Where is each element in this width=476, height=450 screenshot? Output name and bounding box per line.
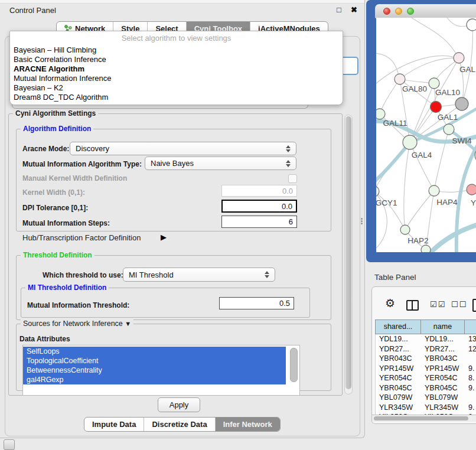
list-item[interactable]: SelfLoops (23, 347, 286, 356)
table-row[interactable]: YBL079W YBL079W (376, 393, 476, 403)
tab-discretize-data[interactable]: Discretize Data (144, 418, 214, 431)
column-layout-icon[interactable] (406, 300, 419, 311)
dpi-tolerance-field[interactable] (221, 200, 297, 213)
node-gal1-red[interactable] (431, 102, 442, 113)
data-attributes-list[interactable]: SelfLoops TopologicalCoefficient Between… (22, 345, 300, 396)
list-item[interactable]: gal4RGexp (23, 375, 286, 384)
float-window-icon[interactable]: □ (337, 5, 341, 14)
data-attributes-label: Data Attributes (19, 335, 70, 343)
column-header-shared-name[interactable]: shared... (376, 320, 421, 334)
mi-threshold-field[interactable] (219, 297, 294, 309)
node-label: Y (471, 198, 476, 207)
mi-steps-field[interactable] (221, 216, 297, 228)
manual-kernel-width-checkbox[interactable] (288, 174, 297, 183)
cell: YBR045C (421, 383, 465, 393)
control-panel-title: Control Panel (9, 6, 56, 15)
hub-expander-icon[interactable]: ▶ (161, 233, 167, 242)
node-hap2[interactable] (400, 225, 410, 234)
cell: YBR043C (421, 354, 465, 364)
cell: YBR045C (376, 383, 421, 393)
algorithm-option[interactable]: Mutual Information Inference (10, 74, 343, 83)
settings-scrollbar-thumb[interactable] (345, 116, 351, 389)
cell: YBL079W (421, 393, 465, 403)
close-window-icon[interactable] (383, 8, 390, 15)
apply-button[interactable]: Apply (158, 397, 200, 412)
table-row[interactable]: YDR27... YDR27... 12 (376, 344, 476, 354)
node-label: GAL1 (438, 113, 458, 122)
node[interactable] (467, 19, 476, 31)
node-salmon[interactable] (467, 184, 476, 195)
node[interactable] (421, 245, 431, 252)
hub-definition-label: Hub/Transcription Factor Definition (22, 233, 141, 242)
algorithm-option[interactable]: Dream8 DC_TDC Algorithm (10, 93, 343, 105)
threshold-definition-title: Threshold Definition (21, 251, 94, 259)
collapsed-panel-icon[interactable] (4, 439, 15, 450)
gear-icon[interactable]: ⚙ (385, 298, 395, 309)
table-row[interactable]: YBR045C YBR045C 9. (376, 383, 476, 393)
column-header-cut[interactable] (465, 320, 476, 334)
node-gal80[interactable] (395, 74, 405, 84)
list-scrollbar-thumb[interactable] (290, 348, 298, 382)
network-canvas[interactable]: GAL GAL80 GAL10 GAL1 GAL11 SWI4 GAL4 GCY… (376, 18, 476, 252)
combo-spinner-icon (283, 145, 296, 152)
algorithm-option[interactable]: Basic Correlation Inference (10, 55, 343, 64)
node-table: shared... name YDL19... YDL19... 13 YDR2… (375, 319, 476, 416)
kernel-width-field[interactable] (221, 185, 297, 197)
splitpane-handle[interactable] (360, 217, 363, 226)
node-gal4[interactable] (403, 135, 417, 149)
table-body[interactable]: YDL19... YDL19... 13 YDR27... YDR27... 1… (375, 334, 476, 416)
cell: 9. (465, 403, 476, 413)
deselect-all-checkboxes-icon[interactable]: ☐☐ (451, 300, 467, 309)
algorithm-definition-title: Algorithm Definition (21, 125, 93, 133)
table-horizontal-scrollbar-thumb[interactable] (374, 416, 468, 420)
table-row[interactable]: YER054C YER054C 8. (376, 373, 476, 383)
aracne-mode-combobox[interactable]: Discovery (70, 142, 296, 155)
table-panel-title: Table Panel (374, 273, 416, 282)
cell: YBR043C (376, 354, 421, 364)
document-icon[interactable] (472, 299, 476, 312)
table-row[interactable]: YPR145W YPR145W 9. (376, 364, 476, 374)
control-panel-top-strip (0, 0, 364, 4)
table-row[interactable]: YDL19... YDL19... 13 (376, 334, 476, 344)
algorithm-prompt: Select algorithm to view settings (10, 31, 343, 45)
table-panel: ⚙ ☑☑ ☐☐ shared... name YDL19... YDL19...… (371, 286, 476, 424)
node-label: GAL (459, 65, 476, 74)
tab-infer-network[interactable]: Infer Network (215, 418, 280, 431)
which-threshold-combobox[interactable]: MI Threshold (123, 268, 275, 282)
node-swi4[interactable] (444, 124, 454, 135)
sources-expander-icon[interactable]: ▼ (125, 320, 131, 327)
tab-impute-data[interactable]: Impute Data (84, 418, 144, 431)
algorithm-option[interactable]: Bayesian – K2 (10, 83, 343, 93)
zoom-window-icon[interactable] (407, 8, 414, 15)
mi-algorithm-type-combobox[interactable]: Naive Bayes (145, 156, 296, 170)
cell: YDL19... (421, 334, 465, 344)
combo-spinner-icon (283, 160, 296, 167)
node-hap4[interactable] (429, 185, 439, 196)
mi-threshold-label: Mutual Information Threshold: (27, 301, 129, 309)
node-gray[interactable] (455, 97, 468, 110)
table-row[interactable]: YLR345W YLR345W 9. (376, 403, 476, 413)
node-gal10[interactable] (429, 78, 439, 89)
cell: 13 (465, 334, 476, 344)
algorithm-option[interactable]: Bayesian – Hill Climbing (10, 45, 343, 55)
cell (465, 393, 476, 403)
sources-title-text: Sources for Network Inference (23, 319, 123, 328)
column-header-name[interactable]: name (421, 320, 465, 334)
close-panel-icon[interactable]: ✖ (351, 5, 357, 14)
aracne-mode-label: Aracne Mode: (22, 145, 69, 153)
cell: YPR145W (421, 364, 465, 374)
node-gal-pink[interactable] (454, 53, 464, 63)
list-item[interactable]: BetweennessCentrality (23, 366, 286, 375)
table-row[interactable]: YBR043C YBR043C (376, 354, 476, 364)
node-gal11[interactable] (376, 109, 385, 119)
settings-scrollbar[interactable] (344, 115, 353, 394)
cell: YDL19... (376, 334, 421, 344)
network-window-titlebar[interactable] (375, 4, 476, 18)
algorithm-option-highlighted[interactable]: ARACNE Algorithm (10, 64, 343, 74)
dpi-tolerance-label: DPI Tolerance [0,1]: (22, 204, 88, 212)
table-horizontal-scrollbar[interactable] (372, 415, 476, 422)
cell: 9. (465, 383, 476, 393)
list-item[interactable]: TopologicalCoefficient (23, 356, 286, 366)
select-all-checkboxes-icon[interactable]: ☑☑ (430, 300, 446, 309)
minimize-window-icon[interactable] (395, 8, 402, 15)
